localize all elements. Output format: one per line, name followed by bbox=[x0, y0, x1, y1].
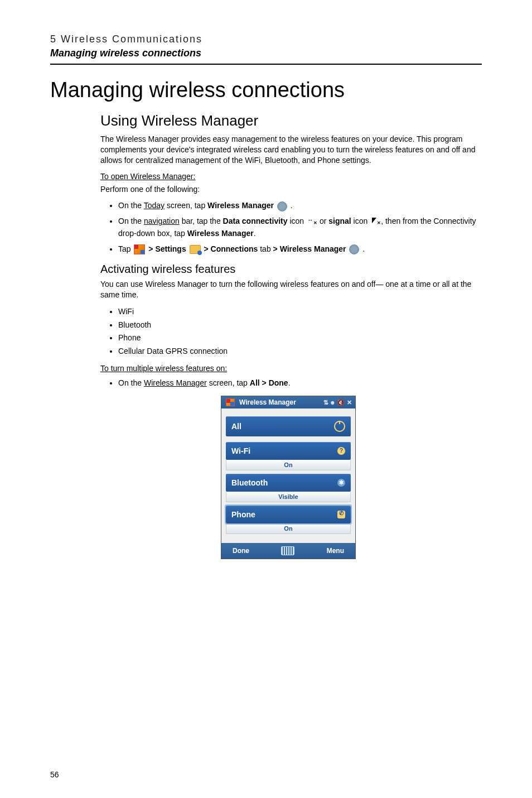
list-item: Cellular Data GPRS connection bbox=[118, 345, 476, 358]
connectivity-icon[interactable]: ⇅ bbox=[323, 399, 328, 406]
list-item: On the Wireless Manager screen, tap All … bbox=[118, 377, 476, 390]
phone-toggle-bar[interactable]: Phone bbox=[226, 506, 351, 523]
open-wm-heading: To open Wireless Manager: bbox=[100, 171, 476, 182]
start-icon bbox=[134, 244, 145, 254]
turn-on-heading: To turn multiple wireless features on: bbox=[100, 363, 476, 374]
intro-paragraph: The Wireless Manager provides easy manag… bbox=[100, 134, 476, 166]
page-title: Managing wireless connections bbox=[50, 78, 482, 102]
list-item: On the Today screen, tap Wireless Manage… bbox=[118, 200, 476, 212]
screenshot-menubar: Done Menu bbox=[221, 543, 355, 559]
wireless-manager-screenshot: Wireless Manager ⇅ ⎈ 🔇 ✕ All Wi-Fi ? bbox=[221, 396, 356, 559]
section-heading-italic: Managing wireless connections bbox=[50, 47, 482, 59]
menu-softkey[interactable]: Menu bbox=[327, 547, 344, 555]
volume-icon[interactable]: 🔇 bbox=[337, 399, 345, 406]
link-today[interactable]: Today bbox=[144, 201, 165, 210]
wifi-status: On bbox=[226, 460, 351, 470]
sub-subsection-title: Activating wireless features bbox=[100, 263, 476, 276]
power-icon bbox=[334, 421, 345, 432]
wifi-label: Wi-Fi bbox=[231, 446, 250, 455]
list-item: On the navigation bar, tap the Data conn… bbox=[118, 215, 476, 239]
features-list: WiFi Bluetooth Phone Cellular Data GPRS … bbox=[100, 306, 476, 358]
bluetooth-status: Visible bbox=[226, 492, 351, 502]
start-icon[interactable] bbox=[226, 398, 235, 406]
bluetooth-toggle-bar[interactable]: Bluetooth ✱ bbox=[226, 474, 351, 492]
done-softkey[interactable]: Done bbox=[233, 547, 249, 555]
link-wireless-manager-screen[interactable]: Wireless Manager bbox=[144, 378, 207, 387]
list-item: Phone bbox=[118, 332, 476, 344]
system-tray: ⇅ ⎈ 🔇 ✕ bbox=[323, 399, 352, 406]
list-item: Tap > Settings > Connections tab > Wirel… bbox=[118, 243, 476, 256]
header-rule bbox=[50, 64, 482, 65]
chapter-heading: 5 Wireless Communications bbox=[50, 33, 482, 45]
settings-icon bbox=[190, 245, 201, 254]
close-icon[interactable]: ✕ bbox=[347, 399, 352, 406]
sync-icon[interactable]: ⎈ bbox=[331, 399, 335, 406]
phone-label: Phone bbox=[231, 510, 255, 519]
open-wm-sub: Perform one of the following: bbox=[100, 184, 476, 195]
phone-status: On bbox=[226, 523, 351, 534]
wifi-toggle-bar[interactable]: Wi-Fi ? bbox=[226, 442, 351, 460]
open-wm-list: On the Today screen, tap Wireless Manage… bbox=[100, 200, 476, 255]
link-navigation[interactable]: navigation bbox=[144, 217, 180, 225]
data-connectivity-icon bbox=[307, 218, 316, 225]
screenshot-titlebar: Wireless Manager ⇅ ⎈ 🔇 ✕ bbox=[221, 396, 355, 408]
wifi-status-icon: ? bbox=[337, 447, 345, 455]
window-title: Wireless Manager bbox=[239, 398, 296, 406]
bluetooth-icon: ✱ bbox=[337, 479, 345, 487]
all-label: All bbox=[231, 422, 241, 431]
activating-paragraph: You can use Wireless Manager to turn the… bbox=[100, 279, 476, 300]
all-toggle-bar[interactable]: All bbox=[226, 416, 351, 436]
list-item: Bluetooth bbox=[118, 319, 476, 331]
keyboard-icon[interactable] bbox=[281, 546, 294, 555]
subsection-title: Using Wireless Manager bbox=[100, 112, 476, 129]
list-item: WiFi bbox=[118, 306, 476, 318]
bluetooth-label: Bluetooth bbox=[231, 478, 268, 487]
phone-icon bbox=[337, 511, 345, 518]
wireless-manager-icon bbox=[349, 244, 359, 254]
signal-icon bbox=[371, 218, 380, 225]
wireless-manager-icon bbox=[277, 201, 287, 211]
page-number: 56 bbox=[50, 770, 59, 779]
turn-on-list: On the Wireless Manager screen, tap All … bbox=[100, 377, 476, 390]
